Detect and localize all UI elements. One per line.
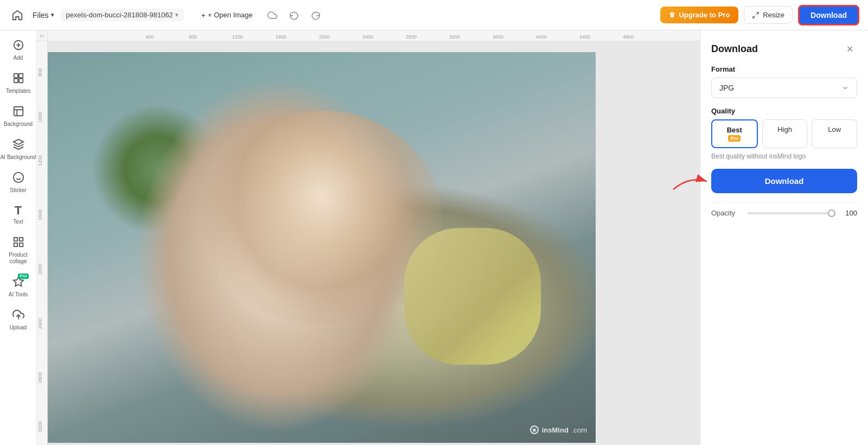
text-icon: T — [15, 205, 22, 217]
svg-rect-7 — [14, 79, 17, 82]
sidebar-item-background[interactable]: Background — [2, 101, 35, 132]
files-menu[interactable]: Files ▾ — [33, 11, 54, 20]
undo-button[interactable] — [285, 7, 303, 24]
canvas-image: ◉ insMind.com — [48, 52, 596, 443]
sidebar-item-ai-tools[interactable]: Pro AI Tools — [2, 271, 35, 302]
svg-rect-6 — [18, 74, 22, 78]
open-image-label: + Open Image — [208, 11, 253, 19]
opacity-label: Opacity — [711, 209, 741, 217]
upgrade-label: Upgrade to Pro — [679, 11, 730, 19]
svg-rect-5 — [14, 74, 17, 78]
sidebar-item-text-label: Text — [13, 219, 23, 225]
filename-selector[interactable]: pexels-dom-bucci-281808-981062 ▾ — [61, 9, 184, 21]
download-panel-label: Download — [765, 176, 804, 186]
svg-rect-9 — [14, 107, 23, 116]
resize-label: Resize — [763, 11, 784, 19]
sidebar-item-sticker[interactable]: Sticker — [2, 167, 35, 198]
sidebar-item-product-collage-label: Product collage — [4, 252, 33, 265]
canvas-image-wrapper: ◉ insMind.com — [48, 52, 596, 443]
templates-icon — [12, 72, 24, 86]
download-panel: Download ✕ Format JPG Quality — [700, 30, 868, 234]
filename-text: pexels-dom-bucci-281808-981062 — [66, 11, 173, 19]
svg-line-1 — [753, 16, 755, 18]
svg-rect-8 — [18, 79, 22, 82]
panel-header: Download ✕ — [711, 41, 857, 56]
redo-button[interactable] — [307, 7, 324, 24]
ruler-left: 800 1000 1200 1600 2000 2400 2800 3000 — [37, 41, 48, 445]
svg-rect-16 — [14, 243, 17, 246]
svg-line-0 — [757, 12, 759, 14]
cloud-save-button[interactable] — [264, 7, 281, 24]
main-area: Add Templates Background AI Background — [0, 30, 868, 445]
canvas-area: px 400 800 1200 1600 2000 2400 2800 3200… — [37, 30, 700, 445]
topbar: Files ▾ pexels-dom-bucci-281808-981062 ▾… — [0, 0, 868, 30]
sidebar-item-ai-background-label: AI Background — [1, 154, 36, 161]
close-panel-button[interactable]: ✕ — [842, 41, 857, 56]
sidebar-item-text[interactable]: T Text — [2, 200, 35, 230]
upload-icon — [12, 309, 24, 322]
format-section: Format JPG — [711, 65, 857, 98]
quality-best-pro-badge: Pro — [728, 135, 741, 142]
sidebar-item-ai-background[interactable]: AI Background — [2, 134, 35, 165]
opacity-slider-thumb[interactable] — [828, 209, 835, 217]
plus-icon: + — [201, 11, 206, 20]
opacity-slider[interactable] — [748, 212, 835, 214]
resize-button[interactable]: Resize — [744, 6, 793, 24]
sidebar-item-ai-tools-label: AI Tools — [9, 291, 28, 298]
panel-title: Download — [711, 43, 758, 55]
background-icon — [12, 105, 24, 119]
watermark-icon: ◉ — [530, 425, 539, 434]
format-value: JPG — [719, 84, 734, 92]
quality-best-label: Best — [727, 126, 742, 134]
ai-pro-badge: Pro — [18, 274, 28, 279]
home-button[interactable] — [9, 7, 26, 24]
download-top-button[interactable]: Download — [798, 5, 859, 26]
format-select[interactable]: JPG — [711, 78, 857, 98]
product-collage-icon — [12, 236, 24, 250]
sidebar-item-templates-label: Templates — [6, 88, 31, 94]
opacity-row: Opacity 100 — [711, 202, 857, 224]
sidebar-item-upload[interactable]: Upload — [2, 304, 35, 335]
quality-best-button[interactable]: Best Pro — [711, 119, 758, 148]
add-icon — [12, 39, 24, 53]
ruler-unit: px — [40, 33, 44, 38]
format-label: Format — [711, 65, 857, 73]
upgrade-button[interactable]: ♛ Upgrade to Pro — [660, 7, 738, 23]
quality-section: Quality Best Pro High Low B — [711, 107, 857, 160]
topbar-right: ♛ Upgrade to Pro Resize Download — [660, 5, 859, 26]
quality-buttons: Best Pro High Low — [711, 119, 857, 148]
sidebar-item-product-collage[interactable]: Product collage — [2, 232, 35, 269]
right-panel: Download ✕ Format JPG Quality — [700, 30, 868, 445]
topbar-actions: + + Open Image — [195, 7, 324, 24]
opacity-value: 100 — [842, 209, 857, 217]
quality-label: Quality — [711, 107, 857, 115]
files-label: Files — [33, 11, 49, 20]
quality-hint: Best quality without insMind logo — [711, 152, 857, 160]
open-image-button[interactable]: + + Open Image — [195, 7, 259, 24]
sidebar-item-sticker-label: Sticker — [10, 187, 27, 194]
sidebar-item-upload-label: Upload — [10, 325, 27, 331]
sidebar-item-background-label: Background — [4, 121, 33, 128]
left-sidebar: Add Templates Background AI Background — [0, 30, 37, 445]
crown-icon: ♛ — [669, 11, 675, 19]
quality-low-button[interactable]: Low — [812, 119, 857, 148]
sidebar-item-add[interactable]: Add — [2, 35, 35, 66]
ruler-corner: px — [37, 30, 48, 41]
svg-rect-17 — [19, 243, 22, 246]
sidebar-item-add-label: Add — [14, 55, 23, 61]
svg-rect-14 — [14, 238, 17, 241]
watermark-suffix: .com — [572, 426, 587, 434]
filename-chevron: ▾ — [175, 11, 178, 18]
ai-tools-icon: Pro — [12, 276, 24, 289]
watermark-text: insMind — [542, 426, 569, 434]
sticker-icon — [12, 171, 24, 185]
download-btn-wrapper: Download — [711, 169, 857, 193]
watermark: ◉ insMind.com — [530, 425, 587, 434]
download-panel-button[interactable]: Download — [711, 169, 857, 193]
sidebar-item-templates[interactable]: Templates — [2, 68, 35, 99]
quality-high-button[interactable]: High — [762, 119, 808, 148]
files-chevron: ▾ — [51, 11, 54, 18]
svg-rect-15 — [19, 238, 22, 241]
quality-low-label: Low — [828, 125, 841, 134]
quality-high-label: High — [777, 125, 792, 134]
